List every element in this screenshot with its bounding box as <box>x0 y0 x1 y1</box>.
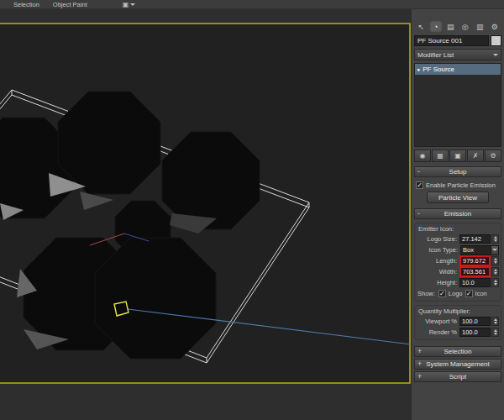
show-logo-label: Logo <box>449 290 463 297</box>
ribbon-toolbar: Selection Object Paint ▣ <box>0 0 504 9</box>
show-logo-checkbox[interactable]: ✓ <box>438 290 446 297</box>
rollout-state-icon: + <box>417 372 424 381</box>
modify-tab-icon[interactable]: ◔ <box>429 20 444 33</box>
icon-type-value: Box <box>461 246 491 254</box>
particle-mesh <box>58 92 160 194</box>
check-icon: ✓ <box>439 290 445 297</box>
chevron-down-icon <box>492 249 497 251</box>
check-icon: ✓ <box>466 290 472 297</box>
height-label: Height: <box>417 279 459 286</box>
show-row: Show: ✓ Logo ✓ Icon <box>416 288 500 299</box>
perspective-viewport[interactable] <box>0 9 412 420</box>
width-spinner[interactable] <box>491 267 499 276</box>
command-panel-tabs: ↖ ◔ ▤ ◎ ▥ ⚙ <box>414 20 501 33</box>
create-tab-icon[interactable]: ↖ <box>414 20 428 33</box>
rollout-state-icon: - <box>417 167 424 176</box>
rollout-title: System Management <box>424 360 491 368</box>
ribbon-tab-selection[interactable]: Selection <box>13 1 39 8</box>
logo-size-row: Logo Size: 27.142 <box>416 234 500 244</box>
viewport-percent-spinner[interactable] <box>491 317 499 326</box>
particle-view-button[interactable]: Particle View <box>427 192 489 203</box>
logo-size-field[interactable]: 27.142 <box>459 234 491 244</box>
chevron-down-icon <box>130 3 135 6</box>
remove-modifier-button[interactable]: ✗ <box>467 150 484 162</box>
rollout-emission-body: Emitter Icon: Logo Size: 27.142 Icon Typ… <box>414 221 501 344</box>
modifier-list-dropdown[interactable]: Modifier List <box>414 49 501 60</box>
stack-item-label: PF Source <box>423 66 454 73</box>
render-percent-label: Render % <box>417 328 459 336</box>
length-spinner[interactable] <box>491 256 499 265</box>
configure-modifier-sets-button[interactable]: ⚙ <box>485 150 501 162</box>
dropdown-arrow-button[interactable] <box>491 246 498 255</box>
width-row: Width: 703.561 <box>416 266 500 277</box>
ribbon-tool-icon: ▣ <box>123 1 129 8</box>
rollout-state-icon: + <box>417 360 424 369</box>
rollout-state-icon: + <box>417 347 424 356</box>
particle-mesh <box>95 238 216 359</box>
modifier-stack[interactable]: ● PF Source <box>414 63 501 147</box>
utilities-tab-icon[interactable]: ⚙ <box>488 20 502 33</box>
enable-particle-emission-checkbox[interactable]: ✓ <box>416 181 423 189</box>
modifier-visibility-icon[interactable]: ● <box>417 64 420 75</box>
icon-type-dropdown[interactable]: Box <box>460 245 499 255</box>
display-tab-icon[interactable]: ▥ <box>473 20 487 33</box>
object-color-swatch[interactable] <box>491 35 501 46</box>
quantity-multiplier-group: Quantity Multiplier: Viewport % 100.0 Re… <box>414 305 501 340</box>
motion-tab-icon[interactable]: ◎ <box>459 20 473 33</box>
ribbon-tab-object-paint[interactable]: Object Paint <box>53 1 87 8</box>
ribbon-tool-button[interactable]: ▣ <box>123 1 136 8</box>
rollout-title: Setup <box>424 168 491 176</box>
height-spinner[interactable] <box>491 278 499 287</box>
length-row: Length: 979.672 <box>416 255 500 266</box>
logo-size-spinner[interactable] <box>491 234 499 244</box>
hierarchy-tab-icon[interactable]: ▤ <box>444 20 458 33</box>
rollout-state-icon: - <box>417 209 424 218</box>
length-label: Length: <box>417 257 459 265</box>
modifier-stack-item-pf-source[interactable]: ● PF Source <box>415 64 501 75</box>
quantity-multiplier-title: Quantity Multiplier: <box>418 307 500 315</box>
rollout-area: - Setup ✓ Enable Particle Emission Parti… <box>414 166 501 420</box>
show-icon-checkbox[interactable]: ✓ <box>465 290 473 297</box>
emitter-icon-group: Emitter Icon: Logo Size: 27.142 Icon Typ… <box>414 223 501 302</box>
width-field[interactable]: 703.561 <box>459 266 491 277</box>
rollout-selection-header[interactable]: + Selection <box>414 346 501 357</box>
length-field[interactable]: 979.672 <box>459 255 491 266</box>
width-label: Width: <box>417 268 459 276</box>
chevron-down-icon <box>493 54 498 56</box>
rollout-script-header[interactable]: + Script <box>414 371 501 382</box>
modifier-stack-toolbar: ◉ ▦ ▣ ✗ ⚙ <box>414 150 501 162</box>
emitter-icon-group-title: Emitter Icon: <box>418 225 500 233</box>
rollout-setup-body: ✓ Enable Particle Emission Particle View <box>414 179 501 207</box>
show-end-result-button[interactable]: ▦ <box>432 150 449 162</box>
logo-size-label: Logo Size: <box>417 235 459 243</box>
rollout-title: Emission <box>424 210 491 218</box>
viewport-percent-label: Viewport % <box>417 318 459 325</box>
rollout-emission-header[interactable]: - Emission <box>414 208 501 219</box>
render-percent-spinner[interactable] <box>491 328 499 337</box>
render-percent-row: Render % 100.0 <box>416 327 500 338</box>
viewport-percent-field[interactable]: 100.0 <box>459 317 491 326</box>
make-unique-button[interactable]: ▣ <box>449 150 466 162</box>
check-icon: ✓ <box>417 181 423 189</box>
rollout-title: Script <box>424 373 491 381</box>
rollout-title: Selection <box>424 348 491 355</box>
height-row: Height: 10.0 <box>416 277 500 288</box>
enable-particle-emission-label: Enable Particle Emission <box>426 181 496 189</box>
icon-type-label: Icon Type: <box>417 246 460 254</box>
viewport-percent-row: Viewport % 100.0 <box>416 316 500 327</box>
show-label: Show: <box>417 290 435 297</box>
viewport-canvas <box>0 9 412 420</box>
object-name-field[interactable]: PF Source 001 <box>414 35 489 46</box>
rollout-system-management-header[interactable]: + System Management <box>414 359 501 370</box>
height-field[interactable]: 10.0 <box>459 278 491 287</box>
icon-type-row: Icon Type: Box <box>416 244 500 255</box>
3dsmax-window: Selection Object Paint ▣ <box>0 0 504 420</box>
rollout-setup-header[interactable]: - Setup <box>414 166 501 177</box>
render-percent-field[interactable]: 100.0 <box>459 328 491 337</box>
show-icon-label: Icon <box>475 290 487 297</box>
modifier-list-label: Modifier List <box>417 51 454 59</box>
command-panel: ↖ ◔ ▤ ◎ ▥ ⚙ PF Source 001 Modifier List … <box>412 9 504 420</box>
object-name-row: PF Source 001 <box>414 35 501 46</box>
pin-stack-button[interactable]: ◉ <box>414 150 431 162</box>
